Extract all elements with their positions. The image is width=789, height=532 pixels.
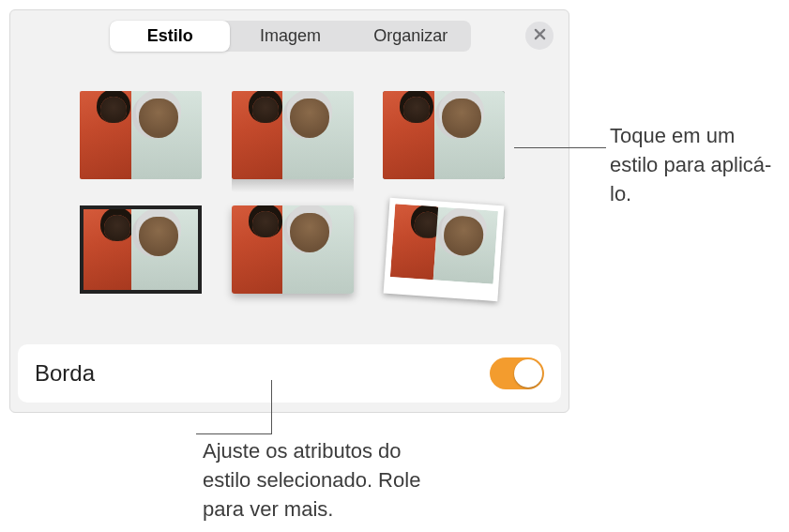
tab-style-label: Estilo (147, 26, 193, 46)
style-thumb-reflection[interactable] (232, 91, 354, 179)
style-thumb-polaroid[interactable] (383, 205, 505, 294)
style-thumb-thick-border[interactable] (80, 205, 202, 294)
style-grid (80, 91, 507, 294)
style-thumb-plain[interactable] (80, 91, 202, 179)
toggle-knob (514, 359, 542, 388)
tab-image-label: Imagem (260, 26, 321, 46)
close-icon (534, 27, 546, 44)
format-panel: Estilo Imagem Organizar (9, 9, 569, 413)
style-thumb-shadow[interactable] (232, 205, 354, 294)
callout-leader-1 (514, 147, 606, 148)
border-row: Borda (18, 344, 561, 403)
format-tabs: Estilo Imagem Organizar (110, 21, 471, 52)
tab-arrange[interactable]: Organizar (351, 21, 471, 52)
tab-image[interactable]: Imagem (230, 21, 350, 52)
callout-apply-style: Toque em um estilo para aplicá-lo. (610, 122, 779, 208)
tab-arrange-label: Organizar (373, 26, 448, 46)
border-label: Borda (35, 360, 95, 387)
callout-leader-2h (196, 433, 272, 434)
callout-adjust-attrs: Ajuste os atributos do estilo selecionad… (203, 437, 447, 524)
border-toggle[interactable] (490, 357, 544, 389)
tab-style[interactable]: Estilo (110, 21, 230, 52)
style-thumb-thin-border[interactable] (383, 91, 505, 179)
callout-leader-2v (271, 380, 272, 433)
close-button[interactable] (525, 22, 554, 50)
